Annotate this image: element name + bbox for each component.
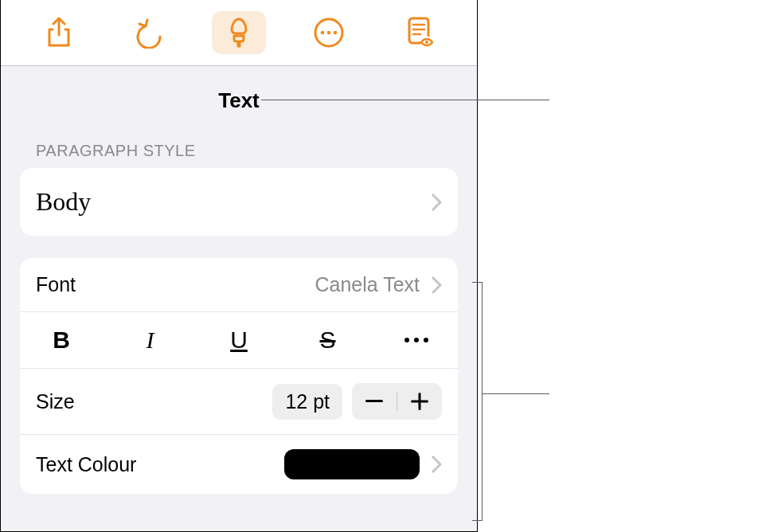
toolbar — [1, 0, 477, 66]
text-style-row: B I U S — [20, 312, 458, 369]
undo-button[interactable] — [122, 11, 176, 54]
chevron-right-icon — [431, 455, 442, 474]
bold-button[interactable]: B — [37, 323, 85, 357]
font-label: Font — [36, 273, 315, 296]
paragraph-style-name: Body — [36, 187, 91, 217]
svg-rect-13 — [365, 400, 383, 402]
size-label: Size — [36, 390, 272, 413]
minus-icon — [365, 400, 383, 403]
callout-line-tab — [261, 100, 549, 100]
font-row[interactable]: Font Canela Text — [20, 258, 458, 312]
chevron-right-icon — [431, 276, 442, 295]
svg-point-10 — [404, 338, 409, 342]
share-button[interactable] — [32, 11, 86, 54]
more-text-options-button[interactable] — [393, 323, 440, 357]
strikethrough-button[interactable]: S — [304, 323, 352, 357]
callout-bracket-top — [472, 282, 482, 283]
format-brush-icon — [224, 17, 254, 49]
italic-button[interactable]: I — [127, 323, 174, 357]
view-settings-button[interactable] — [392, 11, 446, 54]
ellipsis-circle-icon — [313, 17, 345, 49]
svg-point-1 — [321, 31, 325, 35]
paragraph-style-label: PARAGRAPH STYLE — [1, 142, 477, 160]
document-view-icon — [404, 16, 434, 49]
size-decrease-button[interactable] — [352, 383, 397, 420]
callout-bracket-vertical — [482, 282, 483, 521]
size-increase-button[interactable] — [397, 383, 442, 420]
ellipsis-icon — [403, 336, 430, 344]
more-button[interactable] — [302, 11, 356, 54]
text-colour-label: Text Colour — [36, 453, 284, 476]
svg-point-12 — [424, 338, 428, 342]
size-row: Size 12 pt — [20, 369, 458, 435]
plus-icon — [411, 393, 428, 410]
paragraph-style-selector[interactable]: Body — [20, 168, 458, 236]
chevron-right-icon — [431, 193, 442, 212]
size-value[interactable]: 12 pt — [272, 384, 342, 420]
format-panel: Text PARAGRAPH STYLE Body Font Canela Te… — [1, 66, 477, 531]
text-colour-swatch[interactable] — [284, 449, 420, 479]
text-colour-row[interactable]: Text Colour — [20, 435, 458, 494]
text-tab-title: Text — [1, 66, 477, 142]
svg-point-2 — [327, 31, 331, 35]
undo-icon — [133, 17, 165, 49]
svg-point-3 — [334, 31, 338, 35]
callout-line-font-card — [482, 393, 549, 394]
font-settings-card: Font Canela Text B I U S Size 12 pt — [20, 258, 458, 494]
size-stepper — [352, 383, 442, 420]
share-icon — [45, 17, 72, 49]
format-button[interactable] — [212, 11, 266, 54]
svg-point-11 — [414, 338, 419, 342]
svg-point-9 — [425, 41, 428, 44]
callout-bracket-bottom — [472, 520, 482, 521]
svg-rect-15 — [419, 393, 421, 410]
underline-button[interactable]: U — [215, 323, 263, 357]
font-value: Canela Text — [315, 273, 420, 296]
